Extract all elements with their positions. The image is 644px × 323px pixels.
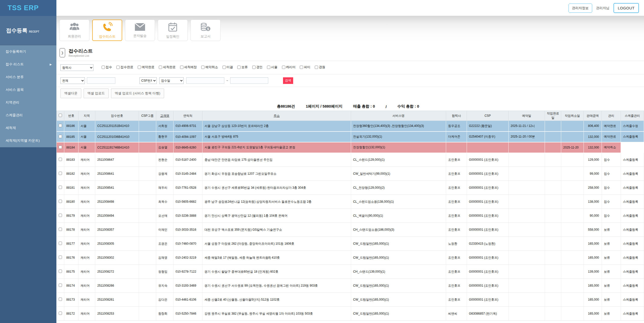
sidebar-item-service-category[interactable]: 서비스 분류 [0, 71, 56, 83]
toolbar-receipt-list[interactable]: 접수리스트 [92, 20, 122, 41]
row-checkbox[interactable] [59, 284, 62, 287]
excel-upload-button[interactable]: 엑셀 업로드 [84, 89, 109, 98]
row-checkbox[interactable] [59, 135, 62, 138]
cell-schedule-link[interactable]: 스케줄등록 [621, 181, 644, 195]
cell-schedule-link[interactable]: 스케줄등록 [621, 153, 644, 167]
row-checkbox[interactable] [59, 214, 62, 217]
status-filter[interactable]: 접수 [102, 65, 112, 69]
status-filter-checkbox[interactable] [102, 66, 105, 69]
cell-schedule-link[interactable]: 스케줄등록 [621, 279, 644, 293]
sidebar-item-detergent-count[interactable]: 세척제(지역별 카운트) [0, 134, 56, 147]
cell-customer-name[interactable]: 황현우 [156, 131, 174, 142]
column-header[interactable]: 스케줄관리 [621, 111, 644, 121]
cell-customer-name[interactable]: 정형임 [156, 265, 174, 279]
cell-customer-name[interactable]: 김채영 [156, 251, 174, 265]
status-filter[interactable]: 예약완료 [138, 65, 154, 69]
date-to-input[interactable] [230, 77, 268, 84]
row-checkbox[interactable] [59, 256, 62, 259]
sidebar-item-receipt-list[interactable]: 접수 리스트▶ [0, 58, 56, 71]
status-filter[interactable]: 미결 [223, 65, 233, 69]
status-filter-checkbox[interactable] [159, 66, 162, 69]
column-header[interactable]: 고객명 [156, 111, 174, 121]
csp-select[interactable]: CSP전체 [139, 77, 157, 84]
cell-customer-name[interactable]: 함창희 [156, 307, 174, 321]
cell-customer-name[interactable]: 이재민 [156, 223, 174, 237]
column-header[interactable]: CSP [467, 111, 509, 121]
column-header[interactable]: 서비스명 [351, 111, 446, 121]
column-header[interactable]: 주소 [202, 111, 351, 121]
select-all-checkbox[interactable] [59, 114, 62, 117]
excel-upload-multi-button[interactable]: 엑셀 업로드 (서비스 항목 다행) [111, 89, 164, 98]
cell-schedule-link[interactable]: 스케줄등록 [621, 293, 644, 307]
row-checkbox[interactable] [59, 242, 62, 245]
toolbar-report[interactable]: $ 보고서 [191, 20, 221, 41]
partner-select[interactable]: 협력사 [60, 64, 93, 71]
search-type-select[interactable]: 전체 [60, 77, 85, 84]
row-checkbox[interactable] [59, 270, 62, 273]
status-filter[interactable]: 경인 [252, 65, 263, 69]
cell-customer-name[interactable]: 조경은 [156, 237, 174, 251]
cell-schedule-link[interactable]: 스케줄등록 [621, 195, 644, 209]
column-header[interactable]: 작업완료일 [545, 111, 561, 121]
sidebar-item-region[interactable]: 지역관리 [0, 96, 56, 109]
row-checkbox[interactable] [59, 172, 62, 175]
toolbar-member-management[interactable]: 회원관리 [59, 20, 89, 41]
status-filter-checkbox[interactable] [267, 66, 270, 69]
cell-schedule-link[interactable]: 스케줄등록 [621, 131, 644, 142]
cell-schedule-link[interactable]: 스케줄등록 [621, 265, 644, 279]
status-filter[interactable]: 예약취소 [201, 65, 218, 69]
status-filter-checkbox[interactable] [201, 66, 205, 69]
status-filter[interactable]: 파미 [300, 65, 310, 69]
column-header[interactable]: 접수번호 [95, 111, 139, 121]
column-header[interactable]: 작업취소일 [561, 111, 584, 121]
status-filter[interactable]: 캐리어 [282, 65, 296, 69]
status-filter-checkbox[interactable] [315, 66, 318, 69]
cell-customer-name[interactable]: 김승열 [156, 142, 174, 153]
search-keyword-input[interactable] [87, 77, 115, 84]
cell-schedule-link[interactable]: 스케줄등록 [621, 209, 644, 223]
status-filter-checkbox[interactable] [252, 66, 256, 69]
row-checkbox[interactable] [59, 124, 62, 127]
cell-customer-name[interactable]: 김다은 [156, 293, 174, 307]
status-filter-checkbox[interactable] [116, 66, 120, 69]
status-filter[interactable]: 접수완료 [116, 65, 133, 69]
status-filter-checkbox[interactable] [180, 66, 183, 69]
date-type-select[interactable]: 접수일 [159, 77, 184, 84]
status-filter-checkbox[interactable] [223, 66, 226, 69]
row-checkbox[interactable] [59, 312, 62, 315]
search-button[interactable]: 검색 [283, 77, 293, 84]
row-checkbox[interactable] [59, 200, 62, 203]
row-checkbox[interactable] [59, 158, 62, 161]
sidebar-item-service-items[interactable]: 서비스 품목 [0, 83, 56, 96]
cell-schedule-link[interactable] [621, 142, 644, 153]
column-header[interactable]: 판매금액 [584, 111, 602, 121]
column-header[interactable]: 연락처 [174, 111, 202, 121]
column-header[interactable]: 예약일 [509, 111, 545, 121]
row-checkbox[interactable] [59, 186, 62, 189]
column-header[interactable]: CSP그룹 [139, 111, 156, 121]
toolbar-schedule-check[interactable]: 일정확인 [158, 20, 188, 41]
excel-download-button[interactable]: 엑셀다운 [60, 89, 81, 98]
status-filter[interactable]: 세척완료 [159, 65, 176, 69]
cell-schedule-link[interactable]: 스케줄등록 [621, 223, 644, 237]
cell-customer-name[interactable]: 강용제 [156, 167, 174, 181]
status-filter[interactable]: 보류 [237, 65, 248, 69]
cell-customer-name[interactable]: 서희정 [156, 121, 174, 131]
row-checkbox[interactable] [59, 145, 62, 149]
status-filter-checkbox[interactable] [282, 66, 285, 69]
cell-schedule-link[interactable]: 스케줄등록 [621, 307, 644, 321]
date-from-input[interactable] [186, 77, 224, 84]
row-checkbox[interactable] [59, 228, 62, 231]
cell-customer-name[interactable]: 오선애 [156, 209, 174, 223]
column-header[interactable]: 협력사 [446, 111, 467, 121]
cell-schedule-link[interactable]: 스케줄등록 [621, 237, 644, 251]
status-filter-checkbox[interactable] [138, 66, 141, 69]
status-filter[interactable]: 서울 [267, 65, 277, 69]
row-checkbox[interactable] [59, 298, 62, 301]
cell-schedule-link[interactable]: 스케줄수정 [621, 121, 644, 131]
sidebar-item-schedule[interactable]: 스케줄관리 [0, 109, 56, 122]
status-filter[interactable]: 경원 [315, 65, 325, 69]
logout-button[interactable]: LOGOUT [614, 3, 639, 13]
toolbar-sms-send[interactable]: 문자발송 [125, 20, 155, 41]
cell-customer-name[interactable]: 유지숙 [156, 279, 174, 293]
